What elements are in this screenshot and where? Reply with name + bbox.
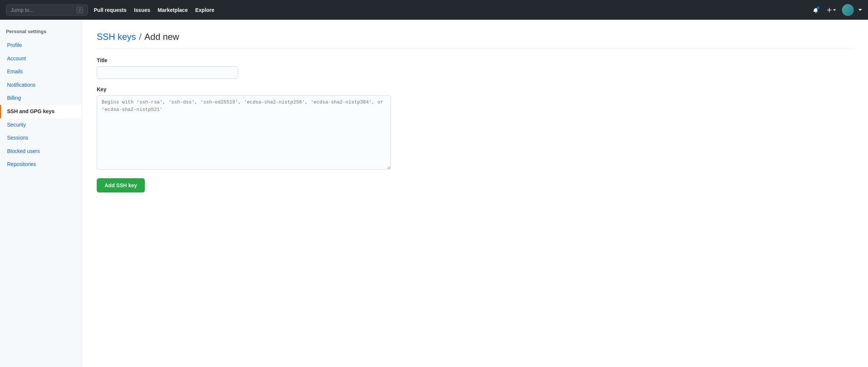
notifications-button[interactable] <box>811 6 820 15</box>
pull-requests-link[interactable]: Pull requests <box>94 7 127 13</box>
navbar: Jump to... / Pull requests Issues Market… <box>0 0 868 20</box>
notification-dot <box>817 6 820 9</box>
main-content: SSH keys / Add new Title Key Add SSH key <box>82 20 868 367</box>
user-avatar-button[interactable] <box>842 4 854 16</box>
key-form-group: Key <box>97 86 853 171</box>
kbd-slash-icon: / <box>77 7 83 13</box>
sidebar-item-blocked-users[interactable]: Blocked users <box>0 145 82 158</box>
avatar-image <box>842 4 854 16</box>
key-label: Key <box>97 86 853 92</box>
sidebar-item-repositories[interactable]: Repositories <box>0 158 82 171</box>
add-ssh-key-button[interactable]: Add SSH key <box>97 178 145 192</box>
sidebar-title: Personal settings <box>0 26 82 39</box>
breadcrumb-current: Add new <box>144 32 179 42</box>
sidebar-item-ssh-gpg-keys[interactable]: SSH and GPG keys <box>0 105 82 118</box>
sidebar: Personal settings Profile Account Emails… <box>0 20 82 367</box>
key-textarea[interactable] <box>97 95 391 170</box>
search-placeholder-text: Jump to... <box>11 7 33 13</box>
submit-form-group: Add SSH key <box>97 178 853 192</box>
title-label: Title <box>97 57 853 63</box>
title-input[interactable] <box>97 66 238 79</box>
page-header: SSH keys / Add new <box>97 32 853 48</box>
sidebar-item-notifications[interactable]: Notifications <box>0 79 82 92</box>
issues-link[interactable]: Issues <box>134 7 150 13</box>
avatar-dropdown-chevron <box>858 8 862 12</box>
navbar-links: Pull requests Issues Marketplace Explore <box>94 7 805 13</box>
marketplace-link[interactable]: Marketplace <box>158 7 188 13</box>
page-wrapper: Personal settings Profile Account Emails… <box>0 20 868 367</box>
title-form-group: Title <box>97 57 853 79</box>
sidebar-item-emails[interactable]: Emails <box>0 65 82 79</box>
page-title: SSH keys / Add new <box>97 32 853 42</box>
sidebar-item-billing[interactable]: Billing <box>0 92 82 105</box>
breadcrumb-link[interactable]: SSH keys <box>97 32 136 42</box>
sidebar-item-account[interactable]: Account <box>0 52 82 66</box>
breadcrumb-separator: / <box>139 32 141 42</box>
explore-link[interactable]: Explore <box>195 7 214 13</box>
navbar-actions <box>811 4 862 16</box>
create-new-button[interactable] <box>825 6 837 15</box>
sidebar-item-security[interactable]: Security <box>0 118 82 132</box>
search-box[interactable]: Jump to... / <box>6 4 88 16</box>
sidebar-item-profile[interactable]: Profile <box>0 39 82 52</box>
sidebar-item-sessions[interactable]: Sessions <box>0 131 82 145</box>
